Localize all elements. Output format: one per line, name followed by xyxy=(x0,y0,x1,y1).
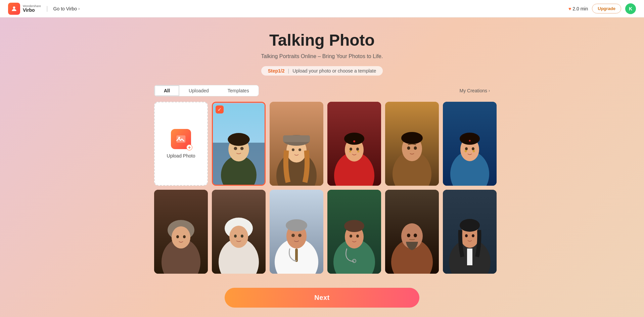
my-creations-chevron-icon: › xyxy=(489,88,490,93)
header-right: ♥ 2.0 min Upgrade K xyxy=(568,3,636,14)
svg-rect-74 xyxy=(467,248,472,265)
tab-uploaded[interactable]: Uploaded xyxy=(179,85,218,96)
svg-point-38 xyxy=(465,150,467,152)
header-divider: | xyxy=(46,5,48,12)
goto-virbo-link[interactable]: Go to Virbo › xyxy=(53,6,80,11)
svg-point-40 xyxy=(469,140,471,142)
minutes-badge: ♥ 2.0 min xyxy=(568,6,588,11)
svg-point-57 xyxy=(286,219,307,231)
svg-point-15 xyxy=(292,148,294,151)
goto-virbo-arrow-icon: › xyxy=(78,6,80,11)
heart-icon: ♥ xyxy=(568,6,571,11)
svg-point-58 xyxy=(291,234,295,237)
svg-point-35 xyxy=(460,133,480,145)
logo-icon xyxy=(8,3,20,15)
step-description: Upload your photo or choose a template xyxy=(292,68,376,74)
plus-badge-icon: + xyxy=(186,144,192,150)
photo-card-7[interactable] xyxy=(212,190,266,274)
svg-point-50 xyxy=(229,226,248,248)
tabs-group: All Uploaded Templates xyxy=(154,85,259,96)
svg-point-16 xyxy=(298,148,301,151)
header-left: Wondershare Virbo | Go to Virbo › xyxy=(8,3,80,15)
svg-point-30 xyxy=(407,146,410,150)
svg-point-29 xyxy=(401,132,423,144)
upload-label: Upload Photo xyxy=(167,153,195,158)
svg-point-70 xyxy=(407,234,410,237)
upload-card[interactable]: + Upload Photo xyxy=(154,102,208,186)
page-subtitle: Talking Portraits Online – Bring Your Ph… xyxy=(261,53,383,59)
tab-all[interactable]: All xyxy=(154,85,179,96)
photo-card-8[interactable] xyxy=(270,190,323,274)
svg-point-45 xyxy=(176,235,179,238)
tab-templates[interactable]: Templates xyxy=(218,85,259,96)
svg-point-0 xyxy=(13,6,15,9)
svg-point-52 xyxy=(241,235,243,238)
svg-point-76 xyxy=(460,219,480,232)
logo-text: Wondershare Virbo xyxy=(23,5,41,12)
my-creations-link[interactable]: My Creations › xyxy=(460,88,490,93)
svg-point-22 xyxy=(356,148,359,151)
svg-point-24 xyxy=(349,150,351,152)
photo-grid: + Upload Photo xyxy=(154,102,490,274)
upload-icon: + xyxy=(171,129,191,149)
svg-point-71 xyxy=(414,234,417,237)
step-indicator: Step1/2 | Upload your photo or choose a … xyxy=(261,66,383,76)
svg-rect-14 xyxy=(283,135,310,142)
svg-point-65 xyxy=(356,235,359,238)
svg-point-51 xyxy=(234,235,237,238)
svg-point-9 xyxy=(240,147,244,150)
svg-point-23 xyxy=(353,140,355,142)
step-label: Step1/2 xyxy=(268,68,285,74)
svg-point-64 xyxy=(350,235,352,238)
svg-rect-55 xyxy=(295,248,298,262)
avatar: K xyxy=(625,3,636,14)
svg-point-39 xyxy=(473,150,475,152)
selected-check-icon: ✓ xyxy=(216,105,224,114)
photo-card-3[interactable] xyxy=(327,102,381,186)
svg-point-31 xyxy=(414,146,417,150)
logo-virbo-text: Virbo xyxy=(23,8,41,12)
svg-point-36 xyxy=(465,147,468,150)
step-divider-bar: | xyxy=(288,68,289,74)
tabs-row: All Uploaded Templates My Creations › xyxy=(154,85,490,96)
photo-card-1[interactable]: ✓ xyxy=(212,102,266,186)
svg-point-46 xyxy=(183,235,186,238)
photo-card-4[interactable] xyxy=(385,102,439,186)
photo-card-10[interactable] xyxy=(385,190,439,274)
photo-card-2[interactable] xyxy=(270,102,323,186)
logo: Wondershare Virbo xyxy=(8,3,41,15)
svg-point-63 xyxy=(344,220,364,232)
header: Wondershare Virbo | Go to Virbo › ♥ 2.0 … xyxy=(0,0,644,17)
photo-card-6[interactable] xyxy=(154,190,208,274)
svg-point-78 xyxy=(472,234,474,237)
svg-point-25 xyxy=(357,150,359,152)
svg-point-59 xyxy=(298,234,302,237)
svg-point-44 xyxy=(172,226,190,248)
photo-card-9[interactable] xyxy=(327,190,381,274)
main-content: Talking Photo Talking Portraits Online –… xyxy=(0,17,644,307)
minutes-value: 2.0 min xyxy=(572,6,588,11)
svg-point-7 xyxy=(228,133,249,146)
photo-card-11[interactable] xyxy=(443,190,497,274)
upgrade-button[interactable]: Upgrade xyxy=(592,4,621,13)
svg-point-8 xyxy=(234,147,237,150)
svg-point-77 xyxy=(465,234,468,237)
page-title: Talking Photo xyxy=(269,31,375,49)
svg-point-37 xyxy=(472,147,474,150)
next-button-container: Next xyxy=(225,288,419,308)
next-button[interactable]: Next xyxy=(225,288,419,308)
photo-card-5[interactable] xyxy=(443,102,497,186)
svg-point-21 xyxy=(350,148,352,151)
svg-point-20 xyxy=(344,133,364,145)
